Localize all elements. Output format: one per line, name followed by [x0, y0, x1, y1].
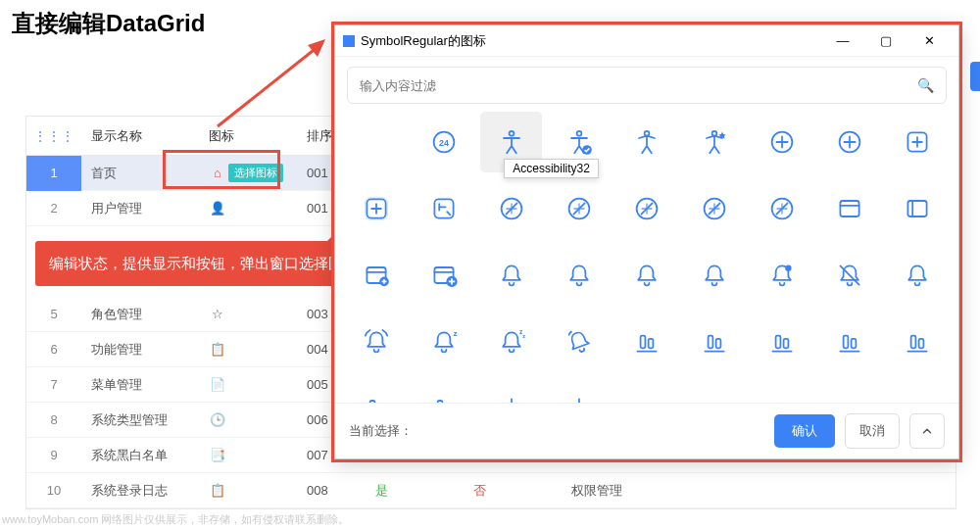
circle-slash-icon-option[interactable]: [615, 178, 677, 239]
window-icon-option[interactable]: [819, 178, 881, 239]
svg-text:z: z: [453, 329, 457, 338]
align-bottom-icon-option[interactable]: [819, 312, 881, 372]
svg-rect-38: [911, 336, 916, 349]
circle-slash-icon-option[interactable]: [752, 178, 813, 239]
cell-name: 系统黑白名单: [81, 447, 199, 464]
home-icon: ⌂: [209, 166, 226, 180]
bell-icon-option[interactable]: [684, 245, 746, 306]
bell-off-icon-option[interactable]: [819, 245, 881, 306]
c24-icon-option[interactable]: 24: [413, 112, 474, 172]
pick-icon-button[interactable]: 选择图标: [228, 164, 283, 182]
header-name[interactable]: 显示名称: [81, 127, 199, 145]
dialog-footer: 当前选择： 确认 取消: [335, 403, 958, 458]
row-icon: 🕒: [209, 412, 226, 427]
svg-rect-20: [841, 201, 859, 216]
square-plus-icon-option[interactable]: [887, 112, 949, 172]
close-button[interactable]: ✕: [907, 26, 951, 56]
cell-icon: 🕒: [199, 412, 297, 427]
svg-text:z: z: [522, 333, 525, 339]
circle-plus-icon-option[interactable]: [752, 112, 813, 172]
svg-rect-32: [709, 336, 713, 349]
svg-point-5: [576, 131, 581, 136]
row-index: 1: [26, 156, 81, 191]
icon-grid: 24Accessibility32zzz: [335, 112, 958, 403]
a11y-icon-option[interactable]: Accessibility32: [480, 112, 542, 172]
cell-name: 菜单管理: [81, 376, 199, 394]
bell-ring-icon-option[interactable]: [345, 312, 407, 372]
align-bottom-icon-option[interactable]: [684, 312, 746, 372]
table-row[interactable]: 10 系统登录日志 📋 008 是 否 权限管理: [26, 473, 956, 508]
cell-name: 功能管理: [81, 341, 199, 359]
bell-icon-option[interactable]: [548, 245, 610, 306]
minimize-button[interactable]: —: [821, 26, 864, 56]
svg-line-0: [218, 43, 322, 126]
align-v-icon-option[interactable]: [345, 378, 407, 403]
empty-icon-option[interactable]: [345, 112, 407, 172]
row-icon: 📑: [209, 448, 226, 462]
icon-picker-dialog: SymbolRegular的图标 — ▢ ✕ 🔍 24Accessibility…: [334, 24, 959, 459]
align-m-icon-option[interactable]: [548, 378, 610, 403]
bell-icon-option[interactable]: [615, 245, 677, 306]
header-icon[interactable]: 图标: [199, 127, 297, 145]
svg-point-26: [785, 265, 791, 271]
cell-name: 角色管理: [81, 306, 199, 323]
blue-edge-hint: [970, 62, 980, 91]
scroll-up-button[interactable]: [909, 413, 945, 449]
row-index: 9: [26, 448, 81, 462]
bell-dot-icon-option[interactable]: [752, 245, 813, 306]
row-index: 7: [26, 377, 81, 392]
circle-slash-icon-option[interactable]: [480, 178, 542, 239]
search-box[interactable]: 🔍: [347, 67, 947, 104]
a11y-star-icon-option[interactable]: [684, 112, 746, 172]
dialog-title: SymbolRegular的图标: [361, 32, 821, 50]
circle-slash-icon-option[interactable]: [684, 178, 746, 239]
cell-icon: 📑: [199, 448, 297, 462]
row-index: 5: [26, 307, 81, 321]
cancel-button[interactable]: 取消: [845, 413, 900, 449]
cell-name: 用户管理: [81, 200, 199, 217]
svg-rect-33: [716, 339, 721, 349]
square-plus-corner-icon-option[interactable]: [413, 178, 474, 239]
bell-z-icon-option[interactable]: z: [413, 312, 474, 372]
align-bottom-icon-option[interactable]: [752, 312, 813, 372]
svg-rect-35: [784, 339, 789, 349]
chevron-up-icon: [920, 424, 934, 438]
cell-icon: 📄: [199, 377, 297, 392]
row-index: 8: [26, 412, 81, 427]
bell-tilt-icon-option[interactable]: [548, 312, 610, 372]
row-icon: 👤: [209, 201, 226, 216]
bell-icon-option[interactable]: [887, 245, 949, 306]
row-index: 6: [26, 342, 81, 357]
circle-plus-icon-option[interactable]: [819, 112, 881, 172]
drag-handle-icon[interactable]: ⋮⋮⋮: [33, 128, 74, 144]
watermark: www.toyMoban.com 网络图片仅供展示，非存储，如有侵权请联系删除。: [2, 512, 349, 527]
ok-button[interactable]: 确认: [774, 414, 835, 448]
svg-rect-34: [776, 336, 781, 349]
circle-slash-icon-option[interactable]: [548, 178, 610, 239]
window-plus-icon-option[interactable]: [345, 245, 407, 306]
align-bottom-icon-option[interactable]: [887, 312, 949, 372]
align-bottom-icon-option[interactable]: [615, 312, 677, 372]
bell-zz-icon-option[interactable]: zz: [480, 312, 542, 372]
maximize-button[interactable]: ▢: [864, 26, 907, 56]
search-icon: 🔍: [917, 77, 934, 93]
align-v-icon-option[interactable]: [413, 378, 474, 403]
search-input[interactable]: [360, 78, 917, 93]
icon-tooltip: Accessibility32: [504, 159, 599, 178]
window-plus-fill-icon-option[interactable]: [413, 245, 474, 306]
bell-icon-option[interactable]: [480, 245, 542, 306]
window-h-icon-option[interactable]: [887, 178, 949, 239]
cell-icon: 👤: [199, 201, 297, 216]
square-plus-fill-icon-option[interactable]: [345, 178, 407, 239]
align-m-icon-option[interactable]: [480, 378, 542, 403]
dialog-titlebar[interactable]: SymbolRegular的图标 — ▢ ✕: [335, 25, 958, 57]
cell-name: 系统登录日志: [81, 482, 199, 500]
svg-rect-42: [437, 401, 442, 403]
cell-yesno: 是: [366, 482, 464, 500]
svg-text:24: 24: [439, 138, 449, 148]
cell-icon: ☆: [199, 307, 297, 321]
app-badge-icon: [343, 35, 355, 47]
cell-yesno: 否: [464, 482, 562, 500]
a11y-up-icon-option[interactable]: [615, 112, 677, 172]
row-icon: 📄: [209, 377, 226, 392]
